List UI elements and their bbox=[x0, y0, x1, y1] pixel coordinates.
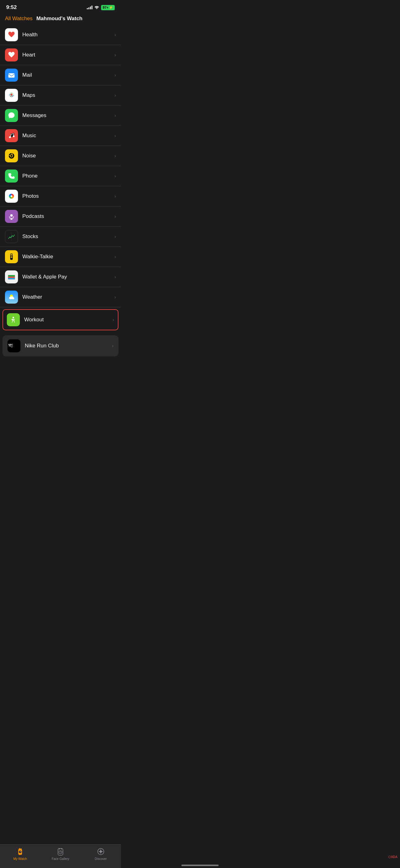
svg-point-11 bbox=[10, 155, 12, 157]
chevron-icon: › bbox=[114, 214, 116, 219]
svg-point-13 bbox=[10, 214, 13, 217]
stocks-icon bbox=[5, 230, 18, 243]
health-icon bbox=[5, 28, 18, 41]
nrc-icon: NRC bbox=[7, 339, 21, 352]
back-button[interactable]: All Watches bbox=[5, 16, 33, 22]
page-title: Mahmoud's Watch bbox=[36, 16, 82, 22]
list-item[interactable]: Maps Maps › bbox=[0, 85, 121, 105]
chevron-icon: › bbox=[112, 317, 114, 322]
svg-rect-20 bbox=[11, 258, 12, 259]
noise-icon bbox=[5, 149, 18, 162]
item-label: Phone bbox=[22, 173, 114, 179]
podcasts-icon bbox=[5, 210, 18, 223]
walkie-talkie-icon bbox=[5, 250, 18, 263]
chevron-icon: › bbox=[114, 93, 116, 98]
weather-icon bbox=[5, 290, 18, 304]
nrc-section: NRC Nike Run Club › bbox=[2, 335, 119, 356]
list-item[interactable]: Walkie-Talkie › bbox=[0, 247, 121, 267]
mail-icon bbox=[5, 69, 18, 82]
item-label: Music bbox=[22, 132, 114, 139]
item-label: Mail bbox=[22, 72, 114, 78]
list-item[interactable]: Podcasts › bbox=[0, 207, 121, 227]
heart-icon bbox=[5, 49, 18, 61]
item-label: Walkie-Talkie bbox=[22, 254, 114, 260]
list-item[interactable]: Mail › bbox=[0, 65, 121, 85]
menu-list: Health › Heart › Mail › bbox=[0, 25, 121, 330]
list-item[interactable]: Heart › bbox=[0, 45, 121, 65]
svg-text:NRC: NRC bbox=[8, 344, 13, 346]
item-label: Photos bbox=[22, 193, 114, 199]
messages-icon bbox=[5, 109, 18, 122]
phone-icon bbox=[5, 169, 18, 183]
wifi-icon bbox=[94, 5, 99, 10]
signal-bars-icon bbox=[87, 6, 92, 9]
status-bar: 9:52 97+ ⚡ bbox=[0, 0, 121, 13]
item-label: Heart bbox=[22, 52, 114, 58]
list-item[interactable]: Stocks › bbox=[0, 227, 121, 247]
list-item[interactable]: Weather › bbox=[0, 287, 121, 307]
svg-rect-2 bbox=[8, 73, 14, 78]
list-item[interactable]: Music › bbox=[0, 126, 121, 146]
list-item[interactable]: Wallet & Apple Pay › bbox=[0, 267, 121, 287]
chevron-icon: › bbox=[114, 234, 116, 239]
chevron-icon: › bbox=[114, 194, 116, 199]
svg-rect-23 bbox=[8, 275, 15, 277]
chevron-icon: › bbox=[114, 133, 116, 138]
list-item[interactable]: Noise › bbox=[0, 146, 121, 166]
item-label: Wallet & Apple Pay bbox=[22, 274, 114, 280]
item-label: Stocks bbox=[22, 234, 114, 240]
chevron-icon: › bbox=[114, 274, 116, 279]
chevron-icon: › bbox=[114, 32, 116, 37]
list-item[interactable]: Phone › bbox=[0, 166, 121, 186]
chevron-icon: › bbox=[114, 294, 116, 300]
svg-point-7 bbox=[9, 136, 11, 138]
svg-point-31 bbox=[13, 317, 14, 318]
svg-rect-24 bbox=[8, 277, 15, 278]
battery-icon: 97+ ⚡ bbox=[101, 5, 115, 10]
item-label: Maps bbox=[22, 92, 114, 98]
item-label: Messages bbox=[22, 113, 114, 119]
list-item[interactable]: Health › bbox=[0, 25, 121, 45]
maps-icon: Maps bbox=[5, 89, 18, 102]
svg-point-12 bbox=[10, 195, 12, 197]
chevron-icon: › bbox=[114, 73, 116, 78]
chevron-icon: › bbox=[114, 153, 116, 158]
svg-rect-25 bbox=[8, 278, 15, 279]
status-time: 9:52 bbox=[6, 4, 17, 10]
item-label: Noise bbox=[22, 153, 114, 159]
svg-point-30 bbox=[12, 298, 14, 299]
music-icon bbox=[5, 129, 18, 142]
svg-point-19 bbox=[11, 256, 12, 258]
item-label: Podcasts bbox=[22, 213, 114, 219]
item-label: Weather bbox=[22, 294, 114, 300]
svg-rect-18 bbox=[10, 254, 12, 255]
list-item[interactable]: Photos › bbox=[0, 186, 121, 207]
item-label: Workout bbox=[24, 317, 112, 323]
chevron-icon: › bbox=[114, 254, 116, 259]
wallet-icon bbox=[5, 270, 18, 283]
nav-header: All Watches Mahmoud's Watch bbox=[0, 13, 121, 25]
list-item[interactable]: Messages › bbox=[0, 105, 121, 126]
nrc-label: Nike Run Club bbox=[25, 343, 112, 349]
chevron-icon: › bbox=[114, 113, 116, 118]
workout-icon bbox=[7, 313, 20, 326]
workout-list-item[interactable]: Workout › bbox=[2, 309, 119, 330]
status-icons: 97+ ⚡ bbox=[87, 5, 115, 10]
nrc-list-item[interactable]: NRC Nike Run Club › bbox=[2, 335, 119, 356]
photos-icon bbox=[5, 190, 18, 203]
item-label: Health bbox=[22, 32, 114, 38]
chevron-icon: › bbox=[114, 174, 116, 179]
chevron-icon: › bbox=[114, 53, 116, 57]
svg-text:Maps: Maps bbox=[10, 96, 13, 97]
chevron-icon: › bbox=[112, 343, 113, 348]
